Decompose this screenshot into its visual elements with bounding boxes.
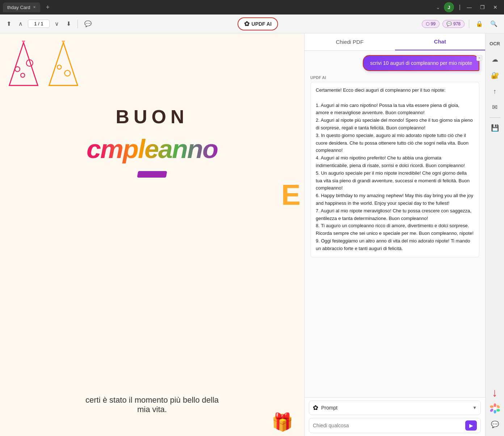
titlebar-dropdown-icon[interactable]: ⌄ (436, 4, 440, 10)
ai-label: UPDF AI (310, 75, 479, 80)
prompt-chevron-icon: ▼ (472, 405, 477, 410)
lock-button[interactable]: 🔒 (474, 19, 485, 29)
svg-point-3 (21, 73, 25, 77)
share-icon: ↑ (493, 88, 496, 95)
minimize-button[interactable]: — (463, 2, 475, 12)
avatar: J (444, 2, 454, 12)
ai-response-content: Certamente! Ecco dieci auguri di complea… (316, 87, 474, 251)
save-cloud-button[interactable]: ☁ (488, 52, 502, 67)
nav-down2-button[interactable]: ∨ (52, 19, 61, 29)
svg-point-18 (494, 407, 496, 410)
tab-chiedi-pdf[interactable]: Chiedi PDF (304, 33, 395, 50)
nav-up-button[interactable]: ⬆ (4, 19, 13, 29)
svg-point-10 (62, 41, 65, 42)
ocr-icon: OCR (490, 41, 500, 46)
chat-area[interactable]: scrivi 10 auguri di compleanno per mio n… (304, 51, 485, 397)
scroll-indicator[interactable]: × (476, 55, 482, 61)
updf-logo-icon: ✿ (244, 20, 249, 28)
party-hat-1 (7, 41, 40, 90)
separator-icon: | (458, 4, 462, 11)
share-button[interactable]: ↑ (488, 84, 502, 99)
close-button[interactable]: ✕ (490, 2, 501, 12)
input-area: ▶ (309, 418, 481, 433)
token-credit-value: 99 (431, 21, 436, 26)
pdf-compleanno-container: c mpleanno (87, 130, 218, 164)
arrow-section: ↓ (486, 387, 504, 398)
chat-input[interactable] (313, 423, 462, 428)
gift-icon: 🎁 (272, 412, 293, 432)
pdf-viewer: BUON c mpleanno certi è stato il momento… (0, 33, 304, 436)
updf-ai-sidebar-button[interactable] (488, 401, 502, 416)
svg-point-8 (64, 70, 70, 76)
updf-ai-label: UPDF AI (252, 21, 272, 27)
titlebar-controls: ⌄ J | — ❐ ✕ (436, 2, 504, 12)
close-tab-icon[interactable]: × (33, 5, 36, 10)
nav-up2-button[interactable]: ∧ (16, 19, 25, 29)
pdf-letter-c: c (87, 134, 100, 164)
cloud-save-icon: ☁ (492, 55, 498, 63)
pdf-bottom-line1: certi è stato il momento più bello della (7, 395, 297, 405)
toolbar-divider-2 (469, 20, 469, 28)
svg-point-15 (494, 410, 496, 414)
updf-ai-button[interactable]: ✿ UPDF AI (238, 17, 278, 30)
comment-icon: 💬 (84, 20, 92, 27)
titlebar-left: thday Card × + (3, 2, 52, 13)
page-input[interactable] (28, 20, 50, 28)
pdf-buon-text: BUON (116, 106, 188, 128)
prompt-label: Prompt (321, 405, 470, 411)
ai-response: UPDF AI Certamente! Ecco dieci auguri di… (310, 75, 479, 257)
ai-response-text: Certamente! Ecco dieci auguri di complea… (310, 82, 479, 257)
document-tab[interactable]: thday Card × (3, 3, 40, 12)
prompt-icon: ✿ (313, 404, 318, 412)
search-icon: 🔍 (490, 20, 497, 27)
maximize-button[interactable]: ❐ (476, 2, 488, 12)
new-tab-button[interactable]: + (43, 2, 53, 13)
token-credit-badge: ⬡ 99 (422, 20, 440, 28)
token-chat-badge: 💬 978 (442, 20, 465, 28)
lock-icon: 🔒 (476, 20, 483, 27)
svg-point-5 (22, 41, 25, 42)
token-chat-value: 978 (453, 21, 461, 26)
main-layout: BUON c mpleanno certi è stato il momento… (0, 33, 504, 436)
lock-file-button[interactable]: 🔐 (488, 68, 502, 83)
ocr-button[interactable]: OCR (488, 36, 502, 51)
svg-point-14 (496, 409, 500, 412)
toolbar-divider-1 (77, 20, 78, 28)
pdf-text-bottom: certi è stato il momento più bello della… (7, 395, 297, 414)
titlebar: thday Card × + ⌄ J | — ❐ ✕ (0, 0, 504, 14)
sidebar-divider (490, 117, 500, 118)
prompt-selector[interactable]: ✿ Prompt ▼ (309, 400, 481, 415)
svg-marker-6 (49, 43, 78, 86)
svg-point-7 (57, 65, 61, 69)
party-hats (7, 41, 80, 90)
ai-tabs: Chiedi PDF Chat × (304, 33, 485, 51)
nav-down-icon: ⬇ (66, 20, 71, 27)
user-message: scrivi 10 auguri di compleanno per mio n… (363, 55, 479, 71)
pdf-page: BUON c mpleanno certi è stato il momento… (0, 33, 304, 436)
pdf-letter-e: E (281, 178, 301, 212)
save-icon: 💾 (491, 124, 499, 132)
tab-label: thday Card (7, 5, 30, 10)
svg-marker-0 (9, 43, 38, 86)
ai-panel: Chiedi PDF Chat × scrivi 10 auguri di co… (304, 33, 485, 436)
tab-chat[interactable]: Chat (395, 33, 486, 50)
lock-file-icon: 🔐 (491, 71, 499, 79)
nav-down-button[interactable]: ⬇ (64, 19, 73, 29)
nav-up-icon: ⬆ (7, 20, 11, 27)
prompt-area: ✿ Prompt ▼ ▶ (304, 397, 485, 436)
credit-icon: ⬡ (426, 21, 429, 26)
search-button[interactable]: 🔍 (488, 19, 500, 29)
red-arrow-icon: ↓ (492, 387, 498, 398)
comment-button[interactable]: 💬 (82, 19, 94, 29)
chevron-down-icon: ∨ (55, 20, 59, 27)
pdf-ribbon (137, 171, 167, 178)
chat-token-icon: 💬 (446, 21, 452, 26)
email-button[interactable]: ✉ (488, 100, 502, 115)
chat-sidebar-button[interactable]: 💬 (488, 417, 502, 432)
svg-point-1 (15, 67, 20, 72)
save-button[interactable]: 💾 (488, 121, 502, 135)
chat-bubble-icon: 💬 (491, 420, 499, 428)
user-message-text: scrivi 10 auguri di compleanno per mio n… (370, 60, 472, 66)
send-button[interactable]: ▶ (465, 420, 477, 431)
rainbow-flower-icon (490, 403, 500, 414)
